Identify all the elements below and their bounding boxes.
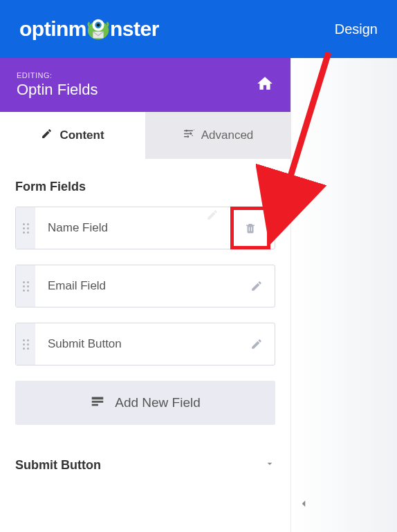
- preview-pane-edge: [290, 58, 397, 532]
- drag-handle-icon[interactable]: [16, 207, 35, 249]
- pencil-icon: [41, 128, 53, 143]
- nav-design[interactable]: Design: [335, 21, 378, 37]
- logo-text-part1: optinm: [19, 17, 86, 41]
- editing-label: EDITING:: [17, 71, 98, 79]
- field-row-email[interactable]: Email Field: [15, 265, 275, 307]
- drag-handle-icon[interactable]: [16, 323, 35, 365]
- svg-point-5: [187, 135, 189, 137]
- section-title: Submit Button: [15, 458, 101, 473]
- edit-icon[interactable]: [248, 278, 265, 294]
- tab-content[interactable]: Content: [0, 112, 145, 159]
- tab-advanced[interactable]: Advanced: [145, 112, 290, 159]
- editing-title: Optin Fields: [17, 81, 98, 99]
- section-form-fields[interactable]: Form Fields: [15, 173, 275, 207]
- edit-icon[interactable]: [204, 207, 221, 223]
- home-icon[interactable]: [256, 75, 274, 95]
- section-submit-button[interactable]: Submit Button: [15, 425, 275, 473]
- form-icon: [90, 394, 105, 412]
- field-label: Email Field: [35, 279, 248, 293]
- tab-content-label: Content: [59, 129, 104, 142]
- add-new-field-button[interactable]: Add New Field: [15, 381, 275, 425]
- section-title: Form Fields: [15, 180, 86, 194]
- add-field-label: Add New Field: [115, 395, 201, 410]
- logo: optinm nster: [19, 16, 159, 42]
- collapse-chevron-icon[interactable]: [297, 497, 310, 513]
- sliders-icon: [183, 128, 194, 143]
- panel: Form Fields Name Field Email Field: [0, 159, 290, 486]
- drag-handle-icon[interactable]: [16, 265, 35, 307]
- field-label: Name Field: [35, 221, 204, 235]
- field-row-submit[interactable]: Submit Button: [15, 323, 275, 365]
- tab-advanced-label: Advanced: [201, 129, 254, 142]
- mascot-icon: [85, 16, 111, 42]
- field-label: Submit Button: [35, 337, 248, 351]
- trash-icon[interactable]: [242, 220, 259, 236]
- logo-text-part2: nster: [110, 17, 159, 41]
- svg-rect-8: [92, 397, 104, 399]
- chevron-up-icon: [264, 180, 275, 194]
- editing-bar: EDITING: Optin Fields: [0, 58, 290, 112]
- svg-point-7: [185, 130, 187, 132]
- edit-icon[interactable]: [248, 336, 265, 352]
- top-header: optinm nster Design: [0, 0, 397, 58]
- svg-point-3: [97, 23, 100, 27]
- svg-point-6: [190, 133, 192, 135]
- tabs: Content Advanced: [0, 112, 290, 159]
- svg-rect-10: [92, 403, 98, 406]
- field-row-name[interactable]: Name Field: [15, 207, 275, 249]
- chevron-down-icon: [264, 458, 275, 473]
- delete-highlight: [230, 207, 270, 249]
- svg-rect-9: [92, 401, 104, 403]
